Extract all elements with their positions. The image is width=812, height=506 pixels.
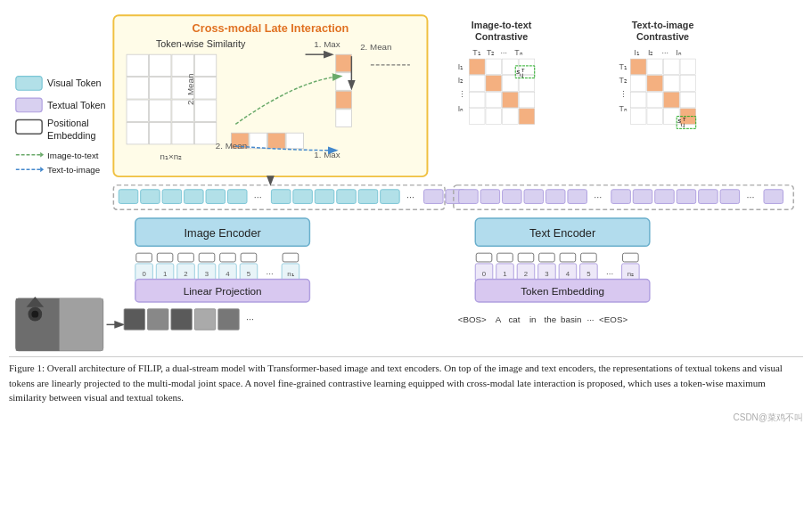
svg-rect-86 [141,190,160,204]
watermark: CSDN@菜鸡不叫 [734,412,804,424]
svg-text:3: 3 [545,270,548,278]
legend-pos-label2: Embedding [47,130,95,141]
svg-text:T₁: T₁ [472,48,480,57]
svg-rect-20 [336,110,352,127]
svg-rect-71 [664,76,680,92]
i2t-contrastive: Image-to-text Contrastive T₁ T₂ ··· Tₙ I… [458,20,535,125]
svg-rect-11 [194,100,216,121]
svg-text:Iₙ: Iₙ [676,48,681,57]
svg-rect-87 [162,190,182,204]
svg-rect-44 [486,92,502,108]
in-token: in [529,314,537,324]
svg-text:T₂: T₂ [487,48,495,57]
svg-text:n₁×n₂: n₁×n₂ [160,151,183,161]
svg-rect-121 [241,253,257,262]
svg-text:i,j: i,j [681,122,685,127]
legend-i2t-text: Image-to-text [47,151,99,160]
svg-rect-7 [194,78,216,99]
textual-token-group: ··· ··· [459,190,783,204]
svg-rect-2 [172,54,193,76]
svg-text:···: ··· [594,192,602,202]
svg-rect-105 [545,190,565,204]
svg-rect-4 [127,78,148,99]
eos-token: <EOS> [599,314,627,324]
svg-rect-46 [519,92,535,108]
svg-rect-75 [664,92,680,108]
svg-rect-113 [720,190,740,204]
t2i-contrastive: Text-to-image Contrastive I₁ I₂ ··· Iₙ T… [619,20,696,128]
svg-rect-35 [469,59,485,75]
svg-rect-77 [630,109,646,125]
text-patches-row: 0 1 2 3 4 5 ··· n₂ [475,253,639,281]
svg-text:I₁: I₁ [634,48,639,57]
svg-rect-144 [623,253,639,262]
svg-text:T₁: T₁ [619,62,627,71]
svg-rect-47 [469,109,485,125]
svg-rect-23 [267,133,285,149]
svg-text:n₁: n₁ [287,270,293,278]
svg-text:0: 0 [142,270,146,278]
svg-rect-76 [680,92,696,108]
svg-rect-139 [497,253,513,262]
svg-rect-85 [119,190,138,204]
svg-rect-166 [148,309,168,330]
svg-text:···: ··· [246,314,254,324]
svg-rect-17 [336,54,352,72]
svg-rect-108 [611,190,631,204]
svg-text:I₁: I₁ [458,62,463,71]
svg-text:4: 4 [226,270,230,278]
svg-rect-36 [486,59,502,75]
text-encoder-label: Text Encoder [529,226,596,240]
svg-rect-73 [630,92,646,108]
svg-text:Image-to-text: Image-to-text [472,20,532,30]
svg-text:n₂: n₂ [627,270,634,278]
svg-rect-168 [194,309,215,330]
svg-rect-68 [680,59,696,75]
svg-rect-99 [424,190,444,204]
token-wise-label: Token-wise Similarity [156,38,246,49]
svg-rect-90 [227,190,247,204]
svg-rect-96 [358,190,378,204]
svg-rect-18 [336,73,352,91]
svg-text:i,j: i,j [520,72,523,78]
cross-modal-title: Cross-modal Late Interaction [193,21,349,35]
svg-text:Text-to-image: Text-to-image [632,20,694,30]
svg-rect-48 [486,109,502,125]
svg-text:⋮: ⋮ [619,90,627,99]
svg-rect-117 [157,253,173,262]
svg-rect-116 [136,253,152,262]
svg-rect-143 [581,253,597,262]
svg-rect-67 [664,59,680,75]
svg-text:1: 1 [163,270,167,278]
svg-rect-142 [560,253,576,262]
svg-rect-9 [149,100,170,121]
svg-text:T₂: T₂ [619,76,627,85]
svg-rect-104 [524,190,544,204]
svg-text:I₂: I₂ [458,76,463,85]
svg-rect-103 [503,190,522,204]
svg-rect-106 [568,190,587,204]
legend-visual-box [16,77,42,91]
svg-rect-138 [476,253,492,262]
svg-rect-115 [764,190,783,204]
svg-text:5: 5 [586,270,591,278]
svg-rect-89 [206,190,226,204]
svg-text:4: 4 [566,270,570,278]
linear-projection-label: Linear Projection [184,285,262,297]
svg-rect-13 [149,122,170,143]
svg-rect-5 [149,78,170,99]
svg-rect-49 [503,109,519,125]
svg-rect-65 [630,59,646,75]
svg-text:⋮: ⋮ [458,90,466,99]
ellipsis-token: ··· [586,314,594,324]
svg-rect-3 [194,54,216,76]
svg-text:5: 5 [247,270,251,278]
visual-token-group: ··· ··· [119,190,464,204]
svg-rect-50 [519,109,535,125]
svg-rect-111 [677,190,696,204]
svg-text:I₂: I₂ [648,48,653,57]
svg-text:Tₙ: Tₙ [619,104,627,113]
cat-token: cat [508,314,520,324]
svg-rect-70 [647,76,663,92]
token-embedding-label: Token Embedding [521,285,604,297]
